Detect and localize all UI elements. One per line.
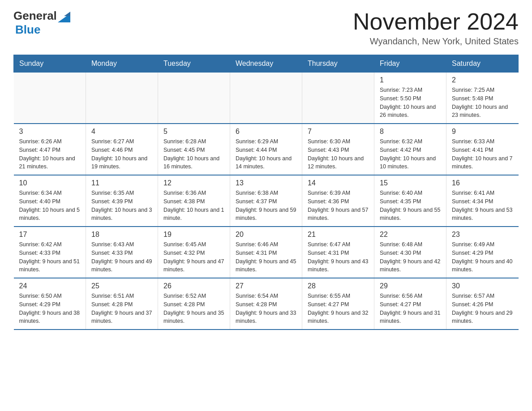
calendar-cell: 5Sunrise: 6:28 AMSunset: 4:45 PMDaylight… bbox=[158, 124, 230, 175]
day-number: 7 bbox=[308, 128, 369, 136]
calendar-cell: 12Sunrise: 6:36 AMSunset: 4:38 PMDayligh… bbox=[158, 175, 230, 227]
day-number: 28 bbox=[308, 282, 369, 290]
day-info: Sunrise: 7:25 AMSunset: 5:48 PMDaylight:… bbox=[452, 86, 513, 120]
calendar-week-3: 10Sunrise: 6:34 AMSunset: 4:40 PMDayligh… bbox=[14, 175, 519, 227]
col-friday: Friday bbox=[374, 55, 446, 73]
day-number: 5 bbox=[163, 128, 224, 136]
title-section: November 2024 Wyandanch, New York, Unite… bbox=[353, 9, 519, 47]
day-info: Sunrise: 7:23 AMSunset: 5:50 PMDaylight:… bbox=[380, 86, 441, 120]
col-sunday: Sunday bbox=[14, 55, 86, 73]
logo-general-text: General bbox=[13, 9, 57, 23]
header: General Blue November 2024 Wyandanch, Ne… bbox=[13, 9, 519, 47]
calendar-week-5: 24Sunrise: 6:50 AMSunset: 4:29 PMDayligh… bbox=[14, 278, 519, 330]
day-number: 20 bbox=[236, 231, 296, 239]
day-info: Sunrise: 6:27 AMSunset: 4:46 PMDaylight:… bbox=[91, 137, 152, 171]
day-info: Sunrise: 6:39 AMSunset: 4:36 PMDaylight:… bbox=[308, 189, 369, 223]
day-info: Sunrise: 6:47 AMSunset: 4:31 PMDaylight:… bbox=[308, 240, 369, 274]
calendar-title: November 2024 bbox=[353, 9, 519, 34]
day-info: Sunrise: 6:33 AMSunset: 4:41 PMDaylight:… bbox=[452, 137, 513, 171]
day-info: Sunrise: 6:54 AMSunset: 4:28 PMDaylight:… bbox=[236, 292, 296, 325]
day-number: 16 bbox=[452, 179, 513, 187]
calendar-cell: 18Sunrise: 6:43 AMSunset: 4:33 PMDayligh… bbox=[86, 227, 158, 278]
day-number: 4 bbox=[91, 128, 152, 136]
calendar-cell: 2Sunrise: 7:25 AMSunset: 5:48 PMDaylight… bbox=[446, 73, 519, 124]
day-number: 10 bbox=[19, 179, 81, 187]
day-number: 30 bbox=[452, 282, 513, 290]
calendar-cell: 22Sunrise: 6:48 AMSunset: 4:30 PMDayligh… bbox=[374, 227, 446, 278]
day-number: 22 bbox=[380, 231, 441, 239]
day-info: Sunrise: 6:50 AMSunset: 4:29 PMDaylight:… bbox=[19, 292, 81, 325]
day-info: Sunrise: 6:57 AMSunset: 4:26 PMDaylight:… bbox=[452, 292, 513, 325]
col-tuesday: Tuesday bbox=[158, 55, 230, 73]
col-saturday: Saturday bbox=[446, 55, 519, 73]
day-number: 12 bbox=[163, 179, 224, 187]
calendar-cell: 11Sunrise: 6:35 AMSunset: 4:39 PMDayligh… bbox=[86, 175, 158, 227]
calendar-cell: 15Sunrise: 6:40 AMSunset: 4:35 PMDayligh… bbox=[374, 175, 446, 227]
calendar-cell: 26Sunrise: 6:52 AMSunset: 4:28 PMDayligh… bbox=[158, 278, 230, 330]
calendar-cell: 3Sunrise: 6:26 AMSunset: 4:47 PMDaylight… bbox=[14, 124, 86, 175]
day-number: 19 bbox=[163, 231, 224, 239]
calendar-cell: 19Sunrise: 6:45 AMSunset: 4:32 PMDayligh… bbox=[158, 227, 230, 278]
day-info: Sunrise: 6:43 AMSunset: 4:33 PMDaylight:… bbox=[91, 240, 152, 274]
calendar-cell: 13Sunrise: 6:38 AMSunset: 4:37 PMDayligh… bbox=[230, 175, 302, 227]
calendar-cell: 24Sunrise: 6:50 AMSunset: 4:29 PMDayligh… bbox=[14, 278, 86, 330]
calendar-cell: 16Sunrise: 6:41 AMSunset: 4:34 PMDayligh… bbox=[446, 175, 519, 227]
day-number: 23 bbox=[452, 231, 513, 239]
day-number: 3 bbox=[19, 128, 81, 136]
day-number: 25 bbox=[91, 282, 152, 290]
day-info: Sunrise: 6:28 AMSunset: 4:45 PMDaylight:… bbox=[163, 137, 224, 171]
logo: General Blue bbox=[13, 9, 71, 37]
calendar-week-4: 17Sunrise: 6:42 AMSunset: 4:33 PMDayligh… bbox=[14, 227, 519, 278]
day-number: 8 bbox=[380, 128, 441, 136]
col-thursday: Thursday bbox=[302, 55, 374, 73]
logo-icon bbox=[58, 10, 70, 22]
day-number: 11 bbox=[91, 179, 152, 187]
day-number: 13 bbox=[236, 179, 296, 187]
day-number: 2 bbox=[452, 76, 513, 84]
day-info: Sunrise: 6:49 AMSunset: 4:29 PMDaylight:… bbox=[452, 240, 513, 274]
calendar-cell: 23Sunrise: 6:49 AMSunset: 4:29 PMDayligh… bbox=[446, 227, 519, 278]
calendar-cell: 7Sunrise: 6:30 AMSunset: 4:43 PMDaylight… bbox=[302, 124, 374, 175]
calendar-table: Sunday Monday Tuesday Wednesday Thursday… bbox=[13, 55, 519, 330]
calendar-cell: 14Sunrise: 6:39 AMSunset: 4:36 PMDayligh… bbox=[302, 175, 374, 227]
calendar-cell: 4Sunrise: 6:27 AMSunset: 4:46 PMDaylight… bbox=[86, 124, 158, 175]
calendar-cell: 1Sunrise: 7:23 AMSunset: 5:50 PMDaylight… bbox=[374, 73, 446, 124]
day-number: 18 bbox=[91, 231, 152, 239]
calendar-cell bbox=[230, 73, 302, 124]
calendar-body: 1Sunrise: 7:23 AMSunset: 5:50 PMDaylight… bbox=[14, 73, 519, 330]
day-info: Sunrise: 6:29 AMSunset: 4:44 PMDaylight:… bbox=[236, 137, 296, 171]
calendar-cell: 6Sunrise: 6:29 AMSunset: 4:44 PMDaylight… bbox=[230, 124, 302, 175]
calendar-subtitle: Wyandanch, New York, United States bbox=[353, 36, 519, 47]
day-number: 27 bbox=[236, 282, 296, 290]
calendar-cell: 21Sunrise: 6:47 AMSunset: 4:31 PMDayligh… bbox=[302, 227, 374, 278]
day-info: Sunrise: 6:34 AMSunset: 4:40 PMDaylight:… bbox=[19, 189, 81, 223]
day-number: 15 bbox=[380, 179, 441, 187]
day-info: Sunrise: 6:56 AMSunset: 4:27 PMDaylight:… bbox=[380, 292, 441, 325]
col-wednesday: Wednesday bbox=[230, 55, 302, 73]
calendar-cell bbox=[158, 73, 230, 124]
calendar-cell bbox=[86, 73, 158, 124]
day-info: Sunrise: 6:52 AMSunset: 4:28 PMDaylight:… bbox=[163, 292, 224, 325]
calendar-cell bbox=[14, 73, 86, 124]
day-info: Sunrise: 6:36 AMSunset: 4:38 PMDaylight:… bbox=[163, 189, 224, 223]
calendar-cell bbox=[302, 73, 374, 124]
day-info: Sunrise: 6:26 AMSunset: 4:47 PMDaylight:… bbox=[19, 137, 81, 171]
day-info: Sunrise: 6:30 AMSunset: 4:43 PMDaylight:… bbox=[308, 137, 369, 171]
day-info: Sunrise: 6:38 AMSunset: 4:37 PMDaylight:… bbox=[236, 189, 296, 223]
calendar-cell: 27Sunrise: 6:54 AMSunset: 4:28 PMDayligh… bbox=[230, 278, 302, 330]
calendar-cell: 29Sunrise: 6:56 AMSunset: 4:27 PMDayligh… bbox=[374, 278, 446, 330]
day-info: Sunrise: 6:45 AMSunset: 4:32 PMDaylight:… bbox=[163, 240, 224, 274]
calendar-cell: 9Sunrise: 6:33 AMSunset: 4:41 PMDaylight… bbox=[446, 124, 519, 175]
svg-marker-1 bbox=[64, 12, 70, 16]
logo-blue-text: Blue bbox=[15, 23, 40, 36]
calendar-cell: 17Sunrise: 6:42 AMSunset: 4:33 PMDayligh… bbox=[14, 227, 86, 278]
calendar-cell: 8Sunrise: 6:32 AMSunset: 4:42 PMDaylight… bbox=[374, 124, 446, 175]
day-info: Sunrise: 6:55 AMSunset: 4:27 PMDaylight:… bbox=[308, 292, 369, 325]
calendar-week-2: 3Sunrise: 6:26 AMSunset: 4:47 PMDaylight… bbox=[14, 124, 519, 175]
calendar-header: Sunday Monday Tuesday Wednesday Thursday… bbox=[14, 55, 519, 73]
header-row: Sunday Monday Tuesday Wednesday Thursday… bbox=[14, 55, 519, 73]
day-info: Sunrise: 6:35 AMSunset: 4:39 PMDaylight:… bbox=[91, 189, 152, 223]
col-monday: Monday bbox=[86, 55, 158, 73]
day-number: 26 bbox=[163, 282, 224, 290]
day-number: 6 bbox=[236, 128, 296, 136]
